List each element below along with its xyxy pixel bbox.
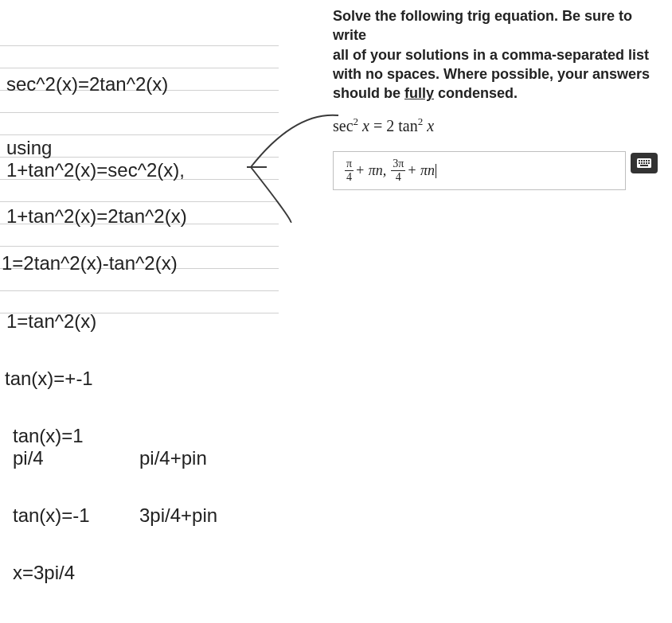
- work-step-tan1: tan(x)=1: [13, 425, 84, 447]
- svg-rect-10: [646, 162, 647, 164]
- answer-term-2: + πn: [407, 162, 435, 179]
- handwritten-work-panel: sec^2(x)=2tan^2(x) using 1+tan^2(x)=sec^…: [0, 0, 311, 623]
- work-steps: sec^2(x)=2tan^2(x) using 1+tan^2(x)=sec^…: [0, 0, 311, 623]
- work-step-3pi4-general: 3pi/4+pin: [139, 504, 217, 527]
- work-step-3pi4: x=3pi/4: [13, 562, 75, 584]
- svg-rect-2: [639, 160, 640, 162]
- work-step-1: sec^2(x)=2tan^2(x): [6, 73, 168, 95]
- svg-rect-7: [639, 162, 640, 164]
- svg-rect-12: [640, 165, 648, 166]
- problem-equation: sec2 x = 2 tan2 x: [333, 115, 658, 135]
- work-step-pi4: pi/4: [13, 447, 44, 469]
- work-step-pi4-general: pi/4+pin: [139, 447, 207, 469]
- instr-line4-underlined: fully: [404, 85, 434, 101]
- answer-frac-2-den: 4: [396, 171, 401, 183]
- answer-row: π 4 + πn, 3π 4 + πn: [333, 151, 658, 190]
- svg-rect-11: [648, 162, 650, 164]
- work-step-using: using: [6, 137, 52, 159]
- answer-frac-2: 3π 4: [391, 158, 405, 183]
- work-step-tan-neg1: tan(x)=-1: [13, 504, 90, 527]
- eq-lhs-var: x: [362, 117, 369, 134]
- eq-lhs-exp: 2: [354, 115, 359, 127]
- question-instructions: Solve the following trig equation. Be su…: [333, 6, 658, 103]
- work-step-identity: 1+tan^2(x)=sec^2(x),: [6, 159, 185, 181]
- instr-line4-suffix: condensed.: [434, 85, 518, 101]
- svg-rect-6: [648, 160, 650, 162]
- instr-line3: with no spaces. Where possible, your ans…: [333, 66, 650, 82]
- text-cursor: [436, 164, 436, 178]
- instr-line4-prefix: should be: [333, 85, 404, 101]
- svg-rect-8: [641, 162, 643, 164]
- eq-equals: =: [369, 117, 386, 134]
- keyboard-icon: [637, 158, 651, 168]
- answer-frac-1-num: π: [345, 158, 354, 171]
- answer-input[interactable]: π 4 + πn, 3π 4 + πn: [333, 151, 626, 190]
- answer-frac-2-num: 3π: [391, 158, 405, 171]
- work-step-simplify: 1=tan^2(x): [6, 310, 96, 333]
- work-step-sqrt: tan(x)=+-1: [5, 368, 93, 390]
- svg-rect-4: [643, 160, 645, 162]
- instr-line2: all of your solutions in a comma-separat…: [333, 47, 649, 63]
- answer-frac-1: π 4: [345, 158, 354, 183]
- svg-rect-9: [643, 162, 645, 164]
- svg-rect-3: [641, 160, 643, 162]
- work-step-substitute: 1+tan^2(x)=2tan^2(x): [6, 205, 187, 228]
- answer-frac-1-den: 4: [346, 171, 352, 183]
- keyboard-button[interactable]: [631, 153, 658, 173]
- eq-rhs-exp: 2: [418, 115, 424, 127]
- instr-line1: Solve the following trig equation. Be su…: [333, 8, 632, 43]
- eq-rhs-fn: tan: [398, 117, 417, 134]
- question-panel: Solve the following trig equation. Be su…: [311, 0, 672, 623]
- eq-rhs-coef: 2: [386, 117, 394, 134]
- svg-rect-5: [646, 160, 647, 162]
- answer-term-1: + πn,: [355, 162, 386, 179]
- eq-rhs-var: x: [427, 117, 434, 134]
- work-step-subtract: 1=2tan^2(x)-tan^2(x): [2, 252, 178, 275]
